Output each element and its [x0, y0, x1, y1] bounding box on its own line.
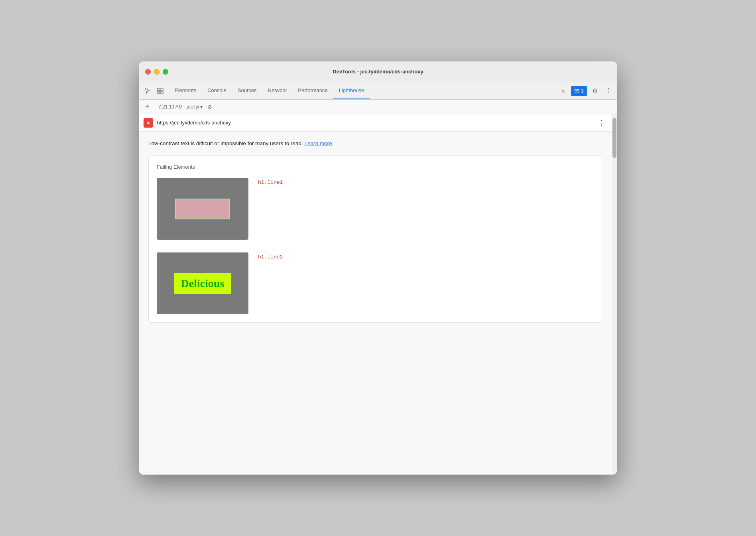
settings-button[interactable]: ⚙ [589, 85, 600, 97]
secondary-toolbar: + 7:21:10 AM - jec.fyi ▾ ⊘ [139, 100, 617, 114]
main-content: Low-contrast text is difficult or imposs… [139, 132, 612, 475]
element-preview-anchovy: Anchovy [157, 178, 248, 240]
tab-performance[interactable]: Performance [292, 82, 333, 99]
session-time-label: 7:21:10 AM - jec.fyi [158, 104, 199, 110]
svg-rect-0 [158, 88, 160, 91]
svg-rect-1 [161, 88, 163, 91]
tab-network[interactable]: Network [262, 82, 293, 99]
info-paragraph: Low-contrast text is difficult or imposs… [148, 140, 602, 148]
more-icon: ⋮ [605, 87, 612, 95]
tab-lighthouse[interactable]: Lighthouse [333, 82, 370, 99]
url-bar: https://jec.fyi/demo/cds-anchovy ⋮ [139, 114, 612, 132]
learn-more-link[interactable]: Learn more [304, 140, 332, 146]
info-text-period: . [332, 140, 333, 146]
plus-icon: + [145, 102, 150, 111]
svg-rect-2 [158, 91, 160, 94]
toolbar-separator [155, 104, 155, 110]
element-preview-delicious: Delicious [157, 252, 248, 314]
dropdown-icon: ▾ [200, 104, 203, 110]
close-button[interactable] [145, 69, 151, 75]
failing-elements-card: Failing Elements Anchovy h1.line1 [148, 156, 602, 323]
svg-rect-7 [148, 123, 149, 124]
failing-elements-title: Failing Elements [157, 164, 594, 170]
url-display: https://jec.fyi/demo/cds-anchovy [157, 120, 592, 126]
url-more-button[interactable]: ⋮ [596, 117, 607, 128]
anchovy-preview-box: Anchovy [175, 199, 230, 219]
title-bar: DevTools - jec.fyi/demo/cds-anchovy [139, 61, 617, 82]
traffic-lights [145, 69, 168, 75]
info-text-before-link: Low-contrast text is difficult or imposs… [148, 140, 304, 146]
cursor-icon-btn[interactable] [142, 85, 153, 97]
element-row-anchovy: Anchovy h1.line1 [157, 178, 594, 240]
more-menu-button[interactable]: ⋮ [603, 85, 614, 97]
url-more-icon: ⋮ [598, 118, 605, 127]
scroll-thumb[interactable] [612, 118, 616, 158]
element-row-delicious: Delicious h1.line2 [157, 252, 594, 314]
delicious-preview-box: Delicious [174, 273, 232, 294]
devtools-toolbar: Elements Console Sources Network Perform… [139, 82, 617, 100]
scroll-track[interactable] [612, 114, 617, 475]
maximize-button[interactable] [163, 69, 168, 75]
tab-console[interactable]: Console [202, 82, 232, 99]
devtools-window: DevTools - jec.fyi/demo/cds-anchovy Elem [139, 61, 617, 475]
svg-rect-3 [161, 91, 163, 94]
element-selector-delicious[interactable]: h1.line2 [258, 252, 283, 260]
session-info: 7:21:10 AM - jec.fyi ▾ [158, 104, 203, 110]
more-tabs-button[interactable]: » [557, 85, 569, 97]
minimize-button[interactable] [154, 69, 159, 75]
window-body: https://jec.fyi/demo/cds-anchovy ⋮ Low-c… [139, 114, 617, 475]
delicious-text: Delicious [181, 277, 224, 290]
element-selector-anchovy[interactable]: h1.line1 [258, 178, 283, 185]
lighthouse-icon [144, 118, 153, 128]
toolbar-right: » 1 ⚙ ⋮ [557, 85, 614, 97]
session-block-button[interactable]: ⊘ [206, 103, 214, 111]
toolbar-tabs: Elements Console Sources Network Perform… [169, 82, 554, 99]
tab-elements[interactable]: Elements [169, 82, 202, 99]
inspect-icon-btn[interactable] [155, 85, 166, 97]
content-area: https://jec.fyi/demo/cds-anchovy ⋮ Low-c… [139, 114, 612, 475]
add-session-button[interactable]: + [143, 102, 152, 111]
svg-rect-6 [148, 122, 149, 123]
toolbar-icons [142, 85, 166, 97]
notifications-button[interactable]: 1 [571, 86, 587, 96]
tab-sources[interactable]: Sources [232, 82, 262, 99]
window-title: DevTools - jec.fyi/demo/cds-anchovy [333, 69, 423, 75]
block-icon: ⊘ [207, 104, 212, 110]
anchovy-text: Anchovy [182, 203, 223, 215]
gear-icon: ⚙ [592, 87, 598, 95]
session-dropdown[interactable]: 7:21:10 AM - jec.fyi ▾ [158, 104, 203, 110]
